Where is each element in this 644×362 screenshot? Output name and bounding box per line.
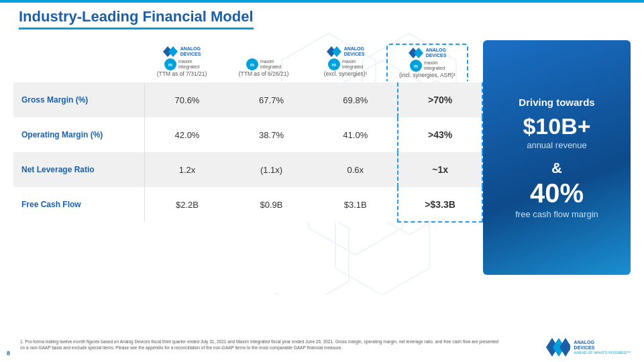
footnotes-area: 1. Pro-forma trailing twelve month figur… bbox=[20, 339, 510, 352]
cell-gm-col2: 67.7% bbox=[229, 82, 314, 117]
adi-logo-icon-col1 bbox=[163, 46, 178, 57]
row-label-operating-margin: Operating Margin (%) bbox=[13, 117, 145, 152]
footnote-1: 1. Pro-forma trailing twelve month figur… bbox=[20, 339, 510, 345]
right-panel-desc1: annual revenue bbox=[527, 140, 587, 150]
row-label-free-cash-flow: Free Cash Flow bbox=[13, 187, 145, 222]
adi-logo-bottom: ANALOG DEVICES AHEAD OF WHAT'S POSSIBLE™ bbox=[546, 338, 631, 357]
cell-gm-col4: >70% bbox=[398, 82, 482, 117]
col-header-3: ANALOGDEVICES m maximintegrated (excl. s… bbox=[305, 44, 386, 81]
page-number: 8 bbox=[7, 350, 10, 357]
top-accent-bar bbox=[0, 0, 644, 3]
adi-logo-icon-col3 bbox=[327, 46, 341, 57]
right-panel: Driving towards $10B+ annual revenue & 4… bbox=[483, 40, 631, 275]
cell-nl-col1: 1.2x bbox=[145, 152, 229, 187]
cell-fcf-col4: >$3.3B bbox=[398, 187, 482, 222]
cell-om-col2: 38.7% bbox=[229, 117, 314, 152]
col3-subtitle: (excl. synergies)¹ bbox=[306, 70, 385, 77]
svg-marker-14 bbox=[414, 48, 423, 58]
page: Industry-Leading Financial Model ANALOGD… bbox=[0, 0, 644, 362]
cell-gm-col3: 69.8% bbox=[313, 82, 398, 117]
cell-om-col3: 41.0% bbox=[313, 117, 398, 152]
cell-fcf-col3: $3.1B bbox=[313, 187, 398, 222]
table-row: Gross Margin (%) 70.6% 67.7% 69.8% >70% bbox=[13, 82, 482, 117]
right-panel-value2: 40% bbox=[530, 180, 584, 206]
right-panel-desc2: free cash flow margin bbox=[515, 209, 598, 219]
table-row: Operating Margin (%) 42.0% 38.7% 41.0% >… bbox=[13, 117, 482, 152]
cell-om-col4: >43% bbox=[398, 117, 482, 152]
adi-brand-text: ANALOG DEVICES bbox=[574, 340, 631, 351]
cell-fcf-col1: $2.2B bbox=[145, 187, 229, 222]
row-label-net-leverage: Net Leverage Ratio bbox=[13, 152, 145, 187]
cell-nl-col4: ~1x bbox=[398, 152, 482, 187]
adi-tagline: AHEAD OF WHAT'S POSSIBLE™ bbox=[574, 351, 631, 355]
table-row: Net Leverage Ratio 1.2x (1.1x) 0.6x ~1x bbox=[13, 152, 482, 187]
cell-nl-col3: 0.6x bbox=[313, 152, 398, 187]
cell-gm-col1: 70.6% bbox=[145, 82, 229, 117]
adi-logo-icon-bottom bbox=[546, 338, 570, 357]
svg-marker-17 bbox=[559, 338, 570, 357]
svg-marker-10 bbox=[168, 46, 178, 57]
right-panel-title: Driving towards bbox=[519, 97, 594, 108]
row-label-gross-margin: Gross Margin (%) bbox=[13, 82, 145, 117]
col-header-4: ANALOGDEVICES m maximintegrated (incl. s… bbox=[386, 44, 468, 81]
right-panel-amp: & bbox=[551, 160, 562, 177]
svg-marker-12 bbox=[332, 46, 341, 57]
page-title: Industry-Leading Financial Model bbox=[19, 8, 254, 25]
financial-table: Gross Margin (%) 70.6% 67.7% 69.8% >70% … bbox=[13, 82, 483, 223]
col-header-2: m maximintegrated (TTM as of 6/26/21) bbox=[223, 44, 305, 81]
col1-subtitle: (TTM as of 7/31/21) bbox=[142, 70, 221, 77]
title-section: Industry-Leading Financial Model bbox=[19, 8, 254, 29]
footnote-2: on a non-GAAP basis and exclude special … bbox=[20, 345, 510, 351]
right-panel-value1: $10B+ bbox=[523, 115, 590, 137]
col-header-1: ANALOGDEVICES m maximintegrated (TTM as … bbox=[141, 44, 223, 81]
col2-subtitle: (TTM as of 6/26/21) bbox=[224, 70, 303, 77]
table-row: Free Cash Flow $2.2B $0.9B $3.1B >$3.3B bbox=[13, 187, 482, 222]
col4-subtitle: (incl. synergies, ASR)¹ bbox=[389, 72, 466, 78]
cell-fcf-col2: $0.9B bbox=[229, 187, 314, 222]
column-headers: ANALOGDEVICES m maximintegrated (TTM as … bbox=[141, 44, 483, 81]
cell-om-col1: 42.0% bbox=[145, 117, 229, 152]
adi-logo-icon-col4 bbox=[409, 48, 423, 58]
cell-nl-col2: (1.1x) bbox=[229, 152, 314, 187]
title-underline bbox=[19, 27, 254, 29]
